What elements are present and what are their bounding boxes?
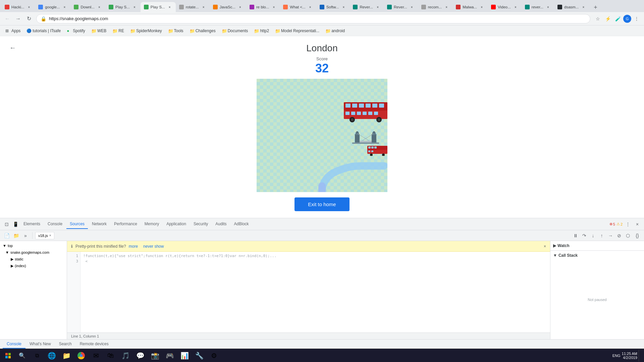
tab-play1[interactable]: Play S... × bbox=[105, 2, 141, 12]
callstack-header[interactable]: ▼ Call Stack bbox=[550, 251, 644, 260]
tab-close-dsasm[interactable]: × bbox=[581, 4, 586, 10]
taskbar-app7[interactable]: ⚙ bbox=[207, 350, 221, 362]
bookmark-apps[interactable]: ⊞ Apps bbox=[3, 27, 23, 35]
address-bar[interactable]: 🔒 https://snake.googlemaps.com bbox=[36, 14, 590, 23]
devtools-tab-sources[interactable]: Sources bbox=[66, 220, 88, 229]
start-button[interactable] bbox=[1, 350, 15, 362]
devtools-tab-adblock[interactable]: AdBlock bbox=[231, 220, 252, 229]
taskbar-app3[interactable]: 📸 bbox=[148, 350, 162, 362]
exit-to-home-button[interactable]: Exit to home bbox=[294, 197, 349, 211]
tab-close-download[interactable]: × bbox=[97, 4, 102, 10]
bookmark-spidermonkey[interactable]: 📁 SpiderMonkey bbox=[127, 27, 165, 35]
tab-software[interactable]: Softw... × bbox=[316, 2, 350, 12]
devtools-more-button[interactable]: ⋮ bbox=[624, 220, 632, 228]
sources-file-tab[interactable]: v18.js × bbox=[35, 232, 54, 239]
deactivate-breakpoints-button[interactable]: ⊘ bbox=[615, 232, 623, 240]
bottom-tab-whatsnew[interactable]: What's New bbox=[25, 340, 55, 349]
sources-pages-button[interactable]: 📄 bbox=[3, 232, 11, 240]
devtools-tab-elements[interactable]: Elements bbox=[20, 220, 44, 229]
tree-item-top[interactable]: ▼ top bbox=[0, 242, 67, 249]
taskbar-app6[interactable]: 🔧 bbox=[192, 350, 207, 362]
prettyprint-dismiss-button[interactable]: × bbox=[544, 244, 546, 249]
tab-close-reverso3[interactable]: × bbox=[545, 4, 551, 10]
menu-button[interactable]: ⋮ bbox=[632, 14, 641, 23]
sources-file-close[interactable]: × bbox=[49, 234, 51, 237]
tab-close-javascript[interactable]: × bbox=[237, 4, 243, 10]
bookmark-http2[interactable]: 📁 http2 bbox=[251, 27, 272, 35]
tab-close-reblock[interactable]: × bbox=[271, 4, 276, 10]
taskbar-app1[interactable]: 🎵 bbox=[118, 350, 133, 362]
tab-close-software[interactable]: × bbox=[341, 4, 346, 10]
prettyprint-more-link[interactable]: more bbox=[129, 244, 138, 249]
tree-item-static[interactable]: ▶ static bbox=[0, 256, 67, 262]
sources-filesystem-button[interactable]: 📁 bbox=[12, 232, 20, 240]
tab-malware[interactable]: Malwa... × bbox=[452, 2, 488, 12]
back-nav-button[interactable]: ← bbox=[3, 14, 12, 23]
tab-close-reverso2[interactable]: × bbox=[409, 4, 415, 10]
devtools-tab-network[interactable]: Network bbox=[89, 220, 110, 229]
tab-close-video[interactable]: × bbox=[513, 4, 518, 10]
reload-button[interactable]: ↻ bbox=[24, 14, 34, 23]
step-into-button[interactable]: ↓ bbox=[589, 232, 597, 240]
tab-hacking[interactable]: Hacki... × bbox=[1, 2, 35, 12]
tab-close-play1[interactable]: × bbox=[132, 4, 137, 10]
devtools-tab-security[interactable]: Security bbox=[190, 220, 211, 229]
tab-close-reverso1[interactable]: × bbox=[375, 4, 380, 10]
dont-pause-on-exceptions-button[interactable]: ⬡ bbox=[624, 232, 632, 240]
tree-item-index[interactable]: ▶ (index) bbox=[0, 262, 67, 269]
tab-dsasm[interactable]: dsasm... × bbox=[554, 2, 589, 12]
tab-close-recom[interactable]: × bbox=[444, 4, 449, 10]
taskbar-explorer[interactable]: 📁 bbox=[59, 350, 74, 362]
taskbar-edge[interactable]: 🌐 bbox=[44, 350, 59, 362]
tab-close-rotate[interactable]: × bbox=[201, 4, 206, 10]
tab-google[interactable]: google... × bbox=[35, 2, 70, 12]
step-out-button[interactable]: ↑ bbox=[598, 232, 606, 240]
tab-close-hacking[interactable]: × bbox=[26, 4, 32, 10]
profile-button[interactable]: G bbox=[623, 15, 631, 23]
devtools-tab-audits[interactable]: Audits bbox=[212, 220, 230, 229]
tab-reverso2[interactable]: Rever... × bbox=[384, 2, 418, 12]
bottom-tab-console[interactable]: Console bbox=[3, 340, 25, 349]
devtools-tab-application[interactable]: Application bbox=[163, 220, 190, 229]
taskbar-chrome[interactable] bbox=[74, 350, 89, 362]
tab-javascript[interactable]: JavaSc... × bbox=[210, 2, 246, 12]
bottom-tab-remotedevices[interactable]: Remote devices bbox=[76, 340, 113, 349]
bookmark-documents[interactable]: 📁 Documents bbox=[219, 27, 251, 35]
taskbar-search[interactable]: 🔍 bbox=[15, 350, 30, 362]
tab-video[interactable]: Video... × bbox=[488, 2, 522, 12]
bookmark-tools[interactable]: 📁 Tools bbox=[165, 27, 186, 35]
show-desktop-button[interactable] bbox=[639, 350, 640, 362]
taskbar-app4[interactable]: 🎮 bbox=[162, 350, 177, 362]
devtools-tab-performance[interactable]: Performance bbox=[111, 220, 141, 229]
step-button[interactable]: → bbox=[606, 232, 614, 240]
sources-more-button[interactable]: » bbox=[21, 232, 30, 240]
bookmark-tutorials[interactable]: 🔵 tutorials | ITsafe bbox=[24, 27, 63, 35]
tab-what[interactable]: What <... × bbox=[280, 2, 316, 12]
tab-download[interactable]: Downl... × bbox=[70, 2, 105, 12]
bookmark-re[interactable]: 📁 RE bbox=[110, 27, 127, 35]
devtools-device-button[interactable]: 📱 bbox=[11, 220, 19, 228]
chrome-labs-button[interactable]: 🧪 bbox=[613, 14, 623, 23]
tab-reverso3[interactable]: rever... × bbox=[522, 2, 554, 12]
pretty-print-toggle[interactable]: {} bbox=[633, 232, 641, 240]
taskbar-store[interactable]: 🛍 bbox=[103, 350, 118, 362]
watch-header[interactable]: ▶ Watch bbox=[550, 241, 644, 250]
bookmark-model[interactable]: 📁 Model Representati... bbox=[272, 27, 322, 35]
devtools-inspect-button[interactable]: ⊡ bbox=[3, 220, 11, 228]
tab-close-play2[interactable]: × bbox=[167, 4, 172, 10]
extensions-button[interactable]: ⚡ bbox=[603, 14, 612, 23]
tab-rotate[interactable]: rotate... × bbox=[176, 2, 210, 12]
pause-resume-button[interactable]: ⏸ bbox=[572, 232, 580, 240]
taskbar-app2[interactable]: 💬 bbox=[133, 350, 148, 362]
bookmark-star-button[interactable]: ☆ bbox=[593, 14, 602, 23]
taskbar-mail[interactable]: ✉ bbox=[89, 350, 103, 362]
tab-close-malware[interactable]: × bbox=[479, 4, 484, 10]
taskbar-taskview[interactable]: ⧉ bbox=[30, 350, 44, 362]
prettyprint-never-link[interactable]: never show bbox=[143, 244, 164, 249]
devtools-tab-memory[interactable]: Memory bbox=[141, 220, 162, 229]
tab-close-google[interactable]: × bbox=[62, 4, 67, 10]
tree-item-snake[interactable]: ▼ snake.googlemaps.com bbox=[0, 249, 67, 256]
tab-reverso1[interactable]: Rever... × bbox=[350, 2, 384, 12]
tab-recom[interactable]: recom... × bbox=[418, 2, 453, 12]
devtools-tab-console[interactable]: Console bbox=[44, 220, 66, 229]
